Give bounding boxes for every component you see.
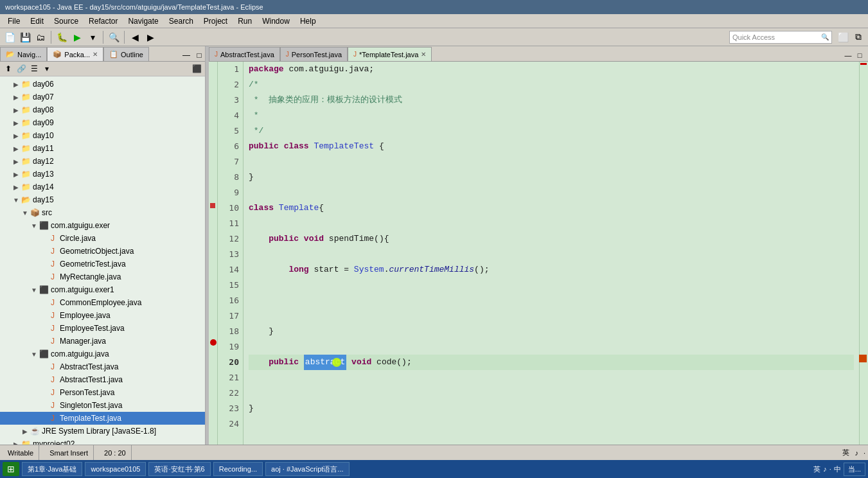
toggle-day13[interactable]: ▶	[12, 170, 21, 179]
tree-singletontest[interactable]: ▶ J SingletonTest.java	[0, 399, 205, 412]
tree-persontest[interactable]: ▶ J PersonTest.java	[0, 386, 205, 399]
menu-window[interactable]: Window	[257, 15, 295, 27]
code-content[interactable]: package com.atguigu.java; /* * 抽象类的应用：模板…	[244, 62, 859, 445]
code-line-19	[249, 339, 854, 355]
tree-geometrictest[interactable]: ▶ J GeometricTest.java	[0, 258, 205, 270]
tree-abstracttest[interactable]: ▶ J AbstractTest.java	[0, 360, 205, 373]
tree-day09[interactable]: ▶ 📁 day09	[0, 116, 205, 129]
tab-navigator[interactable]: 📂 Navig...	[0, 47, 47, 61]
toggle-src[interactable]: ▼	[21, 208, 30, 217]
menu-edit[interactable]: Edit	[25, 15, 49, 27]
restore-btn[interactable]: ⧉	[851, 30, 865, 44]
link-editor-btn[interactable]: 🔗	[15, 63, 27, 75]
toggle-pkg-exer1[interactable]: ▼	[30, 285, 39, 294]
toggle-day12[interactable]: ▶	[12, 157, 21, 166]
tab-maximize[interactable]: □	[854, 49, 865, 61]
tree-manager[interactable]: ▶ J Manager.java	[0, 335, 205, 348]
toggle-day10[interactable]: ▶	[12, 131, 21, 140]
tree-myproject02[interactable]: ▶ 📁 myproject02	[0, 438, 205, 445]
search-btn[interactable]: 🔍	[107, 30, 121, 44]
maximize-btn[interactable]: ⬜	[836, 30, 850, 44]
tree-pkg-exer1[interactable]: ▼ ⬛ com.atguigu.exer1	[0, 283, 205, 296]
toggle-day08[interactable]: ▶	[12, 105, 21, 114]
tree-day14[interactable]: ▶ 📁 day14	[0, 181, 205, 193]
menu-help[interactable]: Help	[295, 15, 321, 27]
tree-pkg-java[interactable]: ▼ ⬛ com.atguigu.java	[0, 348, 205, 360]
collapse-all-btn[interactable]: ⬆	[3, 63, 14, 75]
menu-navigate[interactable]: Navigate	[123, 15, 163, 27]
view-menu-btn[interactable]: ▾	[41, 63, 53, 75]
tab-templatetest-close[interactable]: ✕	[421, 51, 426, 58]
toolbar: 📄 💾 🗂 🐛 ▶ ▾ 🔍 ◀ ▶ Quick Access 🔍 ⬜ ⧉	[0, 28, 868, 46]
network-indicator: ·	[829, 465, 831, 473]
minimize-left[interactable]: —	[181, 49, 192, 61]
tab-package-close[interactable]: ✕	[93, 51, 98, 58]
menu-refactor[interactable]: Refactor	[84, 15, 123, 27]
toggle-day06[interactable]: ▶	[12, 80, 21, 89]
toolbar-sep-1	[51, 31, 51, 44]
menu-btn[interactable]: ☰	[28, 63, 40, 75]
toggle-day07[interactable]: ▶	[12, 93, 21, 102]
menu-search[interactable]: Search	[164, 15, 199, 27]
toggle-day09[interactable]: ▶	[12, 118, 21, 127]
taskbar-recording[interactable]: Recording...	[213, 462, 263, 476]
start-button[interactable]: ⊞	[3, 462, 19, 476]
scroll-lock-btn[interactable]: ⬛	[191, 63, 202, 75]
tree-day10[interactable]: ▶ 📁 day10	[0, 129, 205, 142]
debug-btn[interactable]: 🐛	[55, 30, 69, 44]
toggle-myproject02[interactable]: ▶	[12, 439, 21, 445]
tree-jre[interactable]: ▶ ☕ JRE System Library [JavaSE-1.8]	[0, 425, 205, 438]
tree-commonemployee[interactable]: ▶ J CommonEmployee.java	[0, 296, 205, 309]
taskbar-eclipse[interactable]: workspace0105	[85, 462, 146, 476]
save-btn[interactable]: 💾	[18, 30, 32, 44]
tree-circle[interactable]: ▶ J Circle.java	[0, 232, 205, 245]
menu-project[interactable]: Project	[199, 15, 233, 27]
tree-geometricobject[interactable]: ▶ J GeometricObject.java	[0, 245, 205, 258]
tree-day11[interactable]: ▶ 📁 day11	[0, 142, 205, 155]
taskbar-java-basics[interactable]: 第1章·Java基础	[22, 462, 82, 476]
tree-day06[interactable]: ▶ 📁 day06	[0, 78, 205, 91]
toggle-jre[interactable]: ▶	[21, 427, 30, 436]
save-all-btn[interactable]: 🗂	[33, 30, 48, 44]
tree-employeetest[interactable]: ▶ J EmployeeTest.java	[0, 322, 205, 335]
menu-file[interactable]: File	[3, 15, 25, 27]
quick-access-input[interactable]: Quick Access 🔍	[729, 31, 832, 44]
tree-abstracttest1[interactable]: ▶ J AbstractTest1.java	[0, 373, 205, 386]
tree-day13[interactable]: ▶ 📁 day13	[0, 168, 205, 181]
taskbar-aoj[interactable]: aoj · #JavaScript语言...	[265, 462, 350, 476]
tree-day15[interactable]: ▼ 📂 day15	[0, 193, 205, 206]
tree-day12[interactable]: ▶ 📁 day12	[0, 155, 205, 168]
folder-icon-day09: 📁	[21, 118, 31, 128]
code-line-11	[249, 216, 854, 231]
tab-outline[interactable]: 📋 Outline	[103, 47, 149, 61]
maximize-left[interactable]: □	[193, 49, 205, 61]
toggle-pkg-exer[interactable]: ▼	[30, 221, 39, 230]
tree-day07[interactable]: ▶ 📁 day07	[0, 91, 205, 103]
run-btn[interactable]: ▶	[70, 30, 84, 44]
run-dropdown[interactable]: ▾	[85, 30, 100, 44]
toggle-day15[interactable]: ▼	[12, 195, 21, 204]
tree-day08[interactable]: ▶ 📁 day08	[0, 103, 205, 116]
next-btn[interactable]: ▶	[143, 30, 157, 44]
new-btn[interactable]: 📄	[3, 30, 17, 44]
toggle-day11[interactable]: ▶	[12, 144, 21, 153]
tab-package-explorer[interactable]: 📦 Packa... ✕	[47, 47, 103, 61]
tree-employee[interactable]: ▶ J Employee.java	[0, 309, 205, 322]
line-num-21: 21	[218, 370, 239, 385]
toggle-pkg-java[interactable]: ▼	[30, 350, 39, 358]
code-editor[interactable]: 1 2 3 4 5 6 7 8 9 10 11 12 13 14 15 16 1…	[209, 62, 868, 445]
tab-templatetest-java[interactable]: J *TemplateTest.java ✕	[348, 47, 432, 61]
tree-pkg-exer[interactable]: ▼ ⬛ com.atguigu.exer	[0, 219, 205, 232]
menu-run[interactable]: Run	[233, 15, 257, 27]
tree-templatetest[interactable]: ▶ J TemplateTest.java	[0, 412, 205, 425]
menu-source[interactable]: Source	[49, 15, 84, 27]
tab-abstracttest-java[interactable]: J AbstractTest.java	[209, 47, 280, 61]
prev-btn[interactable]: ◀	[128, 30, 142, 44]
tree-container[interactable]: ▶ 📁 day06 ▶ 📁 day07 ▶ 📁 day08 ▶ 📁 day09 …	[0, 76, 205, 445]
toggle-day14[interactable]: ▶	[12, 182, 21, 191]
tree-myrectangle[interactable]: ▶ J MyRectangle.java	[0, 270, 205, 283]
tree-src[interactable]: ▼ 📦 src	[0, 206, 205, 219]
tab-persontest-java[interactable]: J PersonTest.java	[280, 47, 348, 61]
tab-minimize[interactable]: —	[842, 49, 854, 61]
taskbar-course[interactable]: 英语·安红书·第6	[148, 462, 210, 476]
